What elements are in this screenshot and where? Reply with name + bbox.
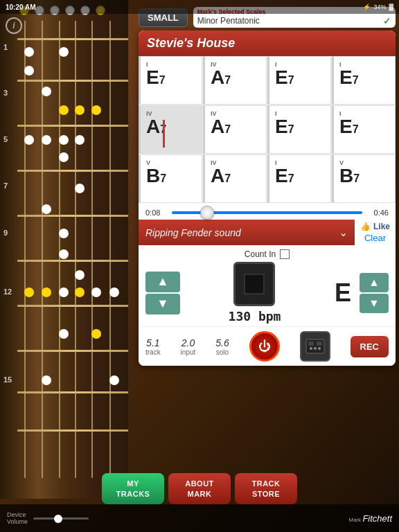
string-4 <box>75 21 76 478</box>
red-bar <box>163 120 165 148</box>
fret-num-1: 1 <box>3 43 8 51</box>
status-bar: 10:20 AM ⚡ 34% ▓ <box>0 0 399 14</box>
like-button[interactable]: 👍 Like <box>360 222 390 231</box>
svg-point-3 <box>310 347 312 350</box>
key-controls: E ▲ ▼ <box>329 273 389 313</box>
dot-23 <box>109 287 119 297</box>
sound-like-container: Ripping Fender sound ⌄ 👍 Like Clear <box>139 220 396 245</box>
chord-cell-1[interactable]: I E7 <box>139 56 202 105</box>
stop-bpm-group: 130 bpm <box>229 262 281 323</box>
volume-label: DeviceVolume <box>7 511 28 525</box>
key-display: E <box>329 278 357 308</box>
bpm-display: 130 bpm <box>229 309 281 323</box>
solo-value: 5.6 <box>215 337 229 348</box>
chord-cell-5[interactable]: IV A7 <box>139 105 202 154</box>
chord-name-3: E7 <box>275 68 325 87</box>
key-up-button[interactable]: ▲ <box>360 273 389 292</box>
chord-name-11: E7 <box>275 166 325 186</box>
string-3 <box>59 21 60 478</box>
dot-10 <box>59 135 69 145</box>
dot-15 <box>59 229 69 238</box>
scales-value-row: Minor Pentatonic ✓ <box>197 15 391 26</box>
chord-cell-9[interactable]: V B7 <box>139 154 202 203</box>
chord-name-6: A7 <box>211 117 260 136</box>
tempo-controls: ▲ ▼ <box>145 272 180 314</box>
progress-track[interactable] <box>172 211 362 214</box>
chord-cell-10[interactable]: IV A7 <box>203 154 267 203</box>
tempo-down-button[interactable]: ▼ <box>145 294 180 314</box>
chord-cell-7[interactable]: I E7 <box>267 105 331 154</box>
stop-icon <box>244 274 265 294</box>
dot-22 <box>91 287 101 297</box>
input-volume: 2.0 input <box>181 337 196 356</box>
dot-18 <box>24 287 34 297</box>
fret-num-9: 9 <box>3 229 8 237</box>
track-store-button[interactable]: TRACKSTORE <box>235 473 297 504</box>
dot-6 <box>75 105 85 115</box>
controls-section: Count In ▲ ▼ 130 bpm <box>139 245 396 326</box>
clear-button[interactable]: Clear <box>364 233 386 243</box>
input-value: 2.0 <box>181 337 196 348</box>
thumbs-up-icon: 👍 <box>360 222 371 231</box>
count-in-label: Count In <box>245 249 276 259</box>
chord-name-12: B7 <box>339 166 389 186</box>
key-down-button[interactable]: ▼ <box>360 294 389 313</box>
dot-4 <box>42 87 51 96</box>
chord-cell-6[interactable]: IV A7 <box>203 105 267 154</box>
chord-grid: I E7 IV A7 I E7 I E7 <box>139 56 396 203</box>
brand-name: Fitchett <box>362 513 392 524</box>
chord-cell-12[interactable]: V B7 <box>332 154 396 203</box>
stop-button[interactable] <box>233 262 275 306</box>
tempo-up-button[interactable]: ▲ <box>145 272 180 292</box>
dot-16 <box>59 249 69 259</box>
sound-name: Ripping Fender sound <box>145 227 241 238</box>
dot-2 <box>59 47 69 57</box>
track-volume: 5.1 track <box>145 337 161 356</box>
rec-button[interactable]: REC <box>351 336 389 357</box>
string-5 <box>91 21 93 478</box>
svg-rect-1 <box>308 342 314 346</box>
bluetooth-icon: ⚡ <box>363 3 371 10</box>
fret-num-3: 3 <box>3 89 8 97</box>
string-1 <box>24 21 26 478</box>
time-start: 0:08 <box>145 209 166 217</box>
progress-area: 0:08 0:46 <box>139 203 396 220</box>
fret-line-9 <box>17 391 128 393</box>
volume-slider[interactable] <box>33 517 89 520</box>
brand-area: Mark Fitchett <box>349 513 392 524</box>
chord-name-4: E7 <box>339 68 389 87</box>
svg-rect-2 <box>317 342 322 346</box>
chord-cell-3[interactable]: I E7 <box>267 56 331 105</box>
dot-24 <box>59 329 69 339</box>
solo-label: solo <box>215 348 229 356</box>
dot-1 <box>24 47 34 57</box>
song-title: Stevie's House <box>147 36 235 50</box>
fret-num-15: 15 <box>3 375 12 384</box>
chord-name-8: E7 <box>339 117 389 136</box>
like-label: Like <box>373 222 390 231</box>
about-mark-button[interactable]: ABOUTMARK <box>168 473 231 504</box>
dot-26 <box>42 375 51 385</box>
count-in-checkbox[interactable] <box>280 249 290 259</box>
chord-cell-4[interactable]: I E7 <box>332 56 396 105</box>
chord-cell-2[interactable]: IV A7 <box>203 56 267 105</box>
dot-17 <box>75 270 85 280</box>
progress-knob[interactable] <box>200 206 214 220</box>
dot-5 <box>59 105 69 115</box>
chord-name-7: E7 <box>275 117 325 136</box>
my-tracks-button[interactable]: MYTRACKS <box>102 473 164 504</box>
bpm-row: ▲ ▼ 130 bpm E ▲ ▼ <box>145 262 389 323</box>
song-title-bar: Stevie's House <box>139 30 396 56</box>
battery-text: 34% <box>373 3 386 10</box>
amp-button[interactable] <box>300 331 330 362</box>
solo-volume: 5.6 solo <box>215 337 229 356</box>
info-button[interactable]: i <box>6 17 22 34</box>
amp-icon <box>305 339 325 354</box>
fret-line-8 <box>17 350 128 352</box>
power-button[interactable]: ⏻ <box>249 331 280 362</box>
chord-cell-11[interactable]: I E7 <box>267 154 331 203</box>
chord-cell-8[interactable]: I E7 <box>332 105 396 154</box>
key-controls-arrows: ▲ ▼ <box>360 273 389 313</box>
sound-selector[interactable]: Ripping Fender sound ⌄ <box>139 220 355 245</box>
string-6 <box>109 21 111 478</box>
